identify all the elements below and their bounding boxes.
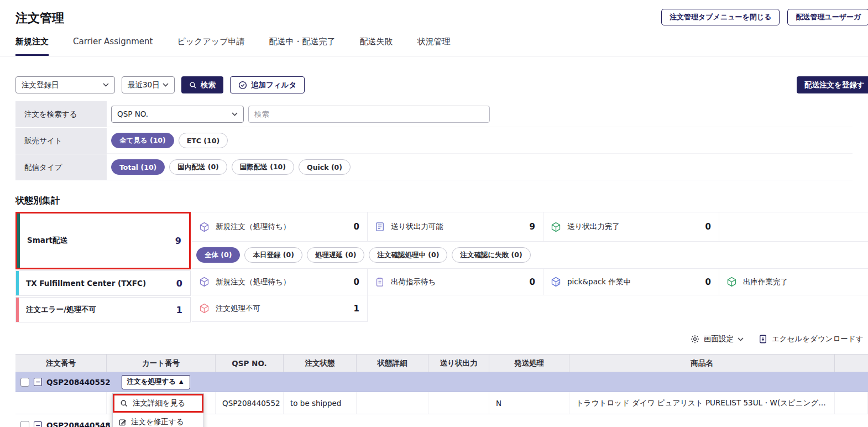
summary-card-smart-delivery[interactable]: Smart配送 9 — [15, 212, 191, 269]
status-cell-new-orders-pending[interactable]: 新規注文（処理待ち） 0 — [192, 212, 368, 241]
search-row-delivery-type: 配信タイプ Total (10) 国内配送 (0) 国際配送 (10) Quic… — [15, 154, 853, 180]
pill-delivery-domestic[interactable]: 国内配送 (0) — [169, 159, 227, 175]
cell-ship-process: N — [489, 392, 569, 414]
additional-filter-button[interactable]: 追加フィルタ — [230, 76, 305, 93]
pill-status-registered-today[interactable]: 本日登録 (0) — [244, 247, 302, 263]
tab-pickup-request[interactable]: ピックアップ申請 — [177, 37, 244, 56]
status-value: 1 — [354, 304, 359, 314]
status-value: 0 — [354, 222, 359, 232]
status-cell-invoice-printed[interactable]: 送り状出力完了 0 — [543, 212, 719, 241]
order-number: QSP208440552 — [46, 378, 111, 387]
chevron-down-icon — [232, 112, 238, 116]
summary-card-count: 9 — [175, 236, 181, 246]
screen-settings-button[interactable]: 画面設定 — [690, 334, 744, 344]
pill-sales-site-etc[interactable]: ETC (10) — [179, 133, 228, 148]
excel-download-icon — [758, 334, 768, 344]
main-tabs: 新規注文 Carrier Assignment ピックアップ申請 配送中・配送完… — [0, 37, 868, 56]
search-row-label: 注文を検索する — [15, 101, 107, 127]
clipboard-icon — [374, 277, 385, 288]
header-order-no: 注文番号 — [15, 355, 107, 372]
status-cell-pick-pack-working[interactable]: pick&pack 作業中 0 — [543, 269, 719, 295]
header-cart-no: カート番号 — [107, 355, 216, 372]
date-type-select[interactable]: 注文登録日 — [15, 76, 115, 93]
summary-card-count: 0 — [176, 278, 182, 289]
status-value: 0 — [530, 277, 535, 287]
process-order-button[interactable]: 注文を処理する ▲ — [122, 375, 190, 389]
summary-card-name: TX Fulfillment Center (TXFC) — [26, 279, 146, 288]
status-cell-awaiting-ship-instruction[interactable]: 出荷指示待ち 0 — [368, 269, 543, 295]
chevron-down-icon — [163, 83, 169, 87]
order-number: QSP208440548 — [46, 421, 111, 427]
package-done-icon — [550, 221, 562, 233]
orders-table-header: 注文番号 カート番号 QSP NO. 注文状態 状態詳細 送り状出力 発送処理 … — [15, 354, 868, 372]
filter-bar: 注文登録日 最近30日 検索 追加フィルタ — [15, 76, 305, 93]
check-circle-icon — [238, 81, 247, 90]
pill-delivery-total[interactable]: Total (10) — [111, 159, 165, 175]
pill-sales-site-all[interactable]: 全て見る (10) — [111, 133, 174, 148]
tab-delivery-failed[interactable]: 配送失敗 — [360, 37, 393, 56]
search-row-keyword: 注文を検索する QSP NO. — [15, 101, 853, 127]
register-delivery-order-button[interactable]: 配送注文を登録す — [797, 76, 868, 93]
header-product-name: 商品名 — [569, 355, 835, 372]
user-guide-button[interactable]: 配送管理ユーザーガ — [787, 9, 868, 25]
pill-delivery-international[interactable]: 国際配送 (10) — [232, 159, 294, 175]
tab-new-orders[interactable]: 新規注文 — [15, 37, 49, 56]
chevron-down-icon — [103, 83, 109, 87]
status-cell-empty — [719, 212, 868, 241]
excel-download-button[interactable]: エクセルをダウンロードす — [758, 334, 863, 344]
date-range-select-value: 最近30日 — [128, 80, 160, 90]
cell-order-status: to be shipped — [284, 392, 357, 414]
search-row-sales-site: 販売サイト 全て見る (10) ETC (10) — [15, 128, 853, 154]
search-icon — [120, 399, 128, 408]
status-cell-order-unprocessable[interactable]: 注文処理不可 1 — [192, 295, 368, 322]
package-done-icon — [726, 276, 738, 288]
menu-item-edit-order[interactable]: 注文を修正する — [113, 413, 203, 427]
search-input[interactable] — [248, 106, 490, 123]
status-value: 0 — [705, 222, 711, 232]
summary-card-name: Smart配送 — [27, 236, 67, 246]
search-panel: 注文を検索する QSP NO. 販売サイト 全て見る (10) ETC (10)… — [15, 101, 853, 181]
package-edit-icon — [550, 276, 562, 288]
status-cell-outbound-complete[interactable]: 出庫作業完了 — [719, 269, 868, 295]
search-key-select[interactable]: QSP NO. — [111, 106, 244, 123]
header-extra — [835, 355, 868, 372]
status-cell-invoice-printable[interactable]: 送り状出力可能 9 — [368, 212, 543, 241]
cell-extra — [835, 392, 868, 414]
tab-in-transit-delivered[interactable]: 配送中・配送完了 — [269, 37, 336, 56]
summary-card-count: 1 — [176, 305, 182, 315]
cell-order-no — [15, 392, 107, 414]
status-cell-txfc-new-orders[interactable]: 新規注文（処理待ち） 0 — [192, 269, 368, 295]
row-checkbox[interactable] — [20, 421, 29, 427]
tab-status-management[interactable]: 状況管理 — [417, 37, 451, 56]
status-summary: Smart配送 9 TX Fulfillment Center (TXFC) 0… — [15, 212, 868, 322]
chevron-down-icon — [738, 337, 744, 341]
package-icon — [198, 221, 210, 233]
status-value: 9 — [530, 222, 535, 232]
delivery-type-label: 配信タイプ — [15, 154, 107, 180]
search-icon — [189, 81, 197, 89]
invoice-icon — [374, 221, 385, 232]
pill-status-confirm-failed[interactable]: 注文確認に失敗 (0) — [452, 247, 530, 263]
header-buttons: 注文管理タブメニューを閉じる 配送管理ユーザーガ — [661, 9, 868, 25]
edit-pencil-icon — [118, 418, 127, 426]
search-button[interactable]: 検索 — [181, 76, 223, 93]
pill-delivery-quick[interactable]: Quick (0) — [299, 159, 351, 175]
collapse-minus-icon[interactable]: − — [34, 421, 42, 427]
pill-status-processing-delayed[interactable]: 処理遅延 (0) — [307, 247, 364, 263]
cell-product-name: トラウトロッド ダイワ ピュアリスト PURELIST 53UL・W(スピニング… — [569, 392, 835, 414]
cyan-status-bar — [16, 271, 19, 295]
tab-carrier-assignment[interactable]: Carrier Assignment — [73, 37, 153, 56]
menu-item-view-order-detail[interactable]: 注文詳細を見る — [113, 394, 203, 413]
summary-card-name: 注文エラー/処理不可 — [26, 305, 96, 315]
header-ship-process: 発送処理 — [489, 355, 569, 372]
summary-card-order-error[interactable]: 注文エラー/処理不可 1 — [15, 297, 191, 322]
pill-status-all[interactable]: 全体 (0) — [196, 247, 240, 263]
close-tab-menu-button[interactable]: 注文管理タブメニューを閉じる — [661, 9, 780, 25]
pill-status-order-confirming[interactable]: 注文確認処理中 (0) — [369, 247, 447, 263]
collapse-minus-icon[interactable]: − — [34, 378, 42, 386]
date-range-select[interactable]: 最近30日 — [122, 76, 175, 93]
search-key-select-value: QSP NO. — [117, 110, 148, 118]
header-invoice-print: 送り状出力 — [428, 355, 489, 372]
summary-card-txfc[interactable]: TX Fulfillment Center (TXFC) 0 — [15, 270, 191, 296]
row-checkbox[interactable] — [20, 378, 29, 387]
